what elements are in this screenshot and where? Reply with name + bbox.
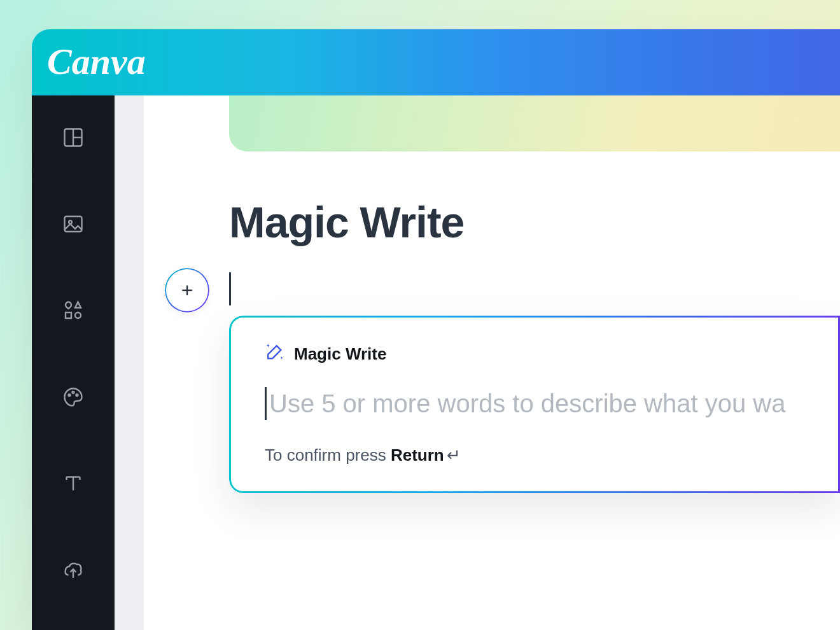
canvas-area: Magic Write + Magic: [144, 95, 840, 630]
topbar: Canva: [32, 29, 840, 95]
elements-icon[interactable]: [60, 298, 86, 323]
confirm-hint: To confirm press Return↵: [265, 445, 804, 465]
input-cursor: [265, 387, 267, 420]
brand-logo[interactable]: Canva: [47, 40, 146, 83]
svg-rect-3: [65, 216, 82, 232]
add-block-button[interactable]: +: [165, 269, 209, 312]
magic-write-panel-title: Magic Write: [294, 344, 386, 364]
svg-point-9: [76, 395, 78, 396]
upload-icon[interactable]: [60, 557, 86, 583]
magic-write-input[interactable]: Use 5 or more words to describe what you…: [265, 387, 804, 420]
text-icon[interactable]: [60, 471, 86, 496]
document-banner: [229, 95, 840, 151]
document-text-cursor: [229, 272, 231, 305]
page-title: Magic Write: [229, 197, 464, 247]
svg-rect-5: [66, 312, 71, 318]
svg-point-6: [75, 312, 81, 318]
plus-icon: +: [181, 279, 193, 302]
svg-point-7: [69, 395, 71, 396]
secondary-panel-strip: [115, 95, 144, 630]
magic-write-panel: Magic Write Use 5 or more words to descr…: [229, 316, 840, 493]
magic-write-icon: [265, 342, 285, 365]
return-key-icon: ↵: [447, 445, 461, 465]
input-placeholder: Use 5 or more words to describe what you…: [269, 389, 785, 418]
svg-point-8: [73, 391, 74, 393]
image-icon[interactable]: [60, 211, 86, 237]
colors-icon[interactable]: [60, 384, 86, 410]
layout-icon[interactable]: [60, 125, 86, 150]
app-window: Canva: [32, 29, 840, 630]
sidebar: [32, 95, 115, 630]
